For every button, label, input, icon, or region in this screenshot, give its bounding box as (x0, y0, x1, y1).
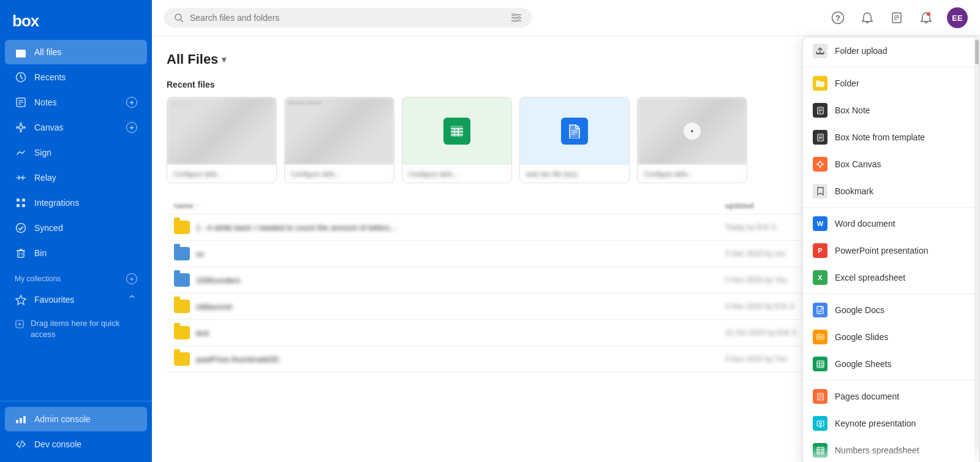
sidebar-item-dev-console[interactable]: Dev console (5, 432, 147, 456)
notes-add-icon[interactable]: + (126, 97, 137, 108)
svg-line-31 (181, 20, 183, 22)
sidebar-item-sign[interactable]: Sign (5, 140, 147, 165)
svg-rect-13 (22, 199, 25, 202)
card-thumbnail: • (638, 97, 747, 165)
file-name: 1 - A while back I needed to count the a… (196, 223, 396, 232)
folder-blue-icon (174, 273, 190, 287)
main-content: ? (152, 0, 980, 462)
dropdown-item-box-note-template[interactable]: Box Note from template (803, 124, 979, 151)
sidebar-item-synced[interactable]: Synced (5, 216, 147, 240)
svg-point-35 (513, 13, 515, 16)
notifications-icon[interactable] (859, 9, 876, 26)
star-icon (15, 293, 27, 306)
sidebar-label-sign: Sign (34, 148, 51, 157)
sidebar-item-recents[interactable]: Recents (5, 65, 147, 89)
sidebar-item-canvas[interactable]: Canvas + (5, 115, 147, 140)
folder-yellow-icon (174, 326, 190, 339)
svg-marker-22 (16, 295, 26, 305)
topbar: ? (152, 0, 980, 36)
recent-card[interactable]: blurred content Configure defs... (284, 97, 394, 183)
card-thumbnail (520, 97, 629, 165)
title-chevron-icon[interactable]: ▾ (222, 55, 226, 64)
upload-icon (813, 44, 827, 58)
sidebar-label-favourites: Favourites (34, 295, 74, 305)
avatar-initials: EE (952, 13, 962, 23)
recent-card[interactable]: web doc file docs (519, 97, 630, 183)
sidebar-item-integrations[interactable]: Integrations (5, 191, 147, 215)
sidebar-item-bin[interactable]: Bin (5, 241, 147, 265)
help-icon[interactable]: ? (829, 9, 846, 26)
sidebar-item-notes[interactable]: Notes + (5, 90, 147, 115)
canvas-add-icon[interactable]: + (126, 122, 137, 133)
svg-text:?: ? (835, 13, 840, 23)
filter-icon[interactable] (511, 13, 522, 22)
svg-point-37 (514, 20, 516, 22)
dropdown-item-folder-upload[interactable]: Folder upload (803, 37, 979, 64)
folder-yellow-icon (174, 352, 190, 366)
dropdown-label: PowerPoint presentation (835, 246, 929, 256)
bell-icon[interactable] (918, 9, 935, 26)
collections-add-icon[interactable]: + (126, 273, 137, 284)
collections-label: My collections (15, 275, 61, 283)
file-name: oldlauncer (196, 302, 233, 311)
dropdown-item-numbers[interactable]: Numbers spreadsheet (803, 437, 979, 462)
svg-rect-72 (818, 336, 823, 338)
card-thumbnail: — — — (167, 97, 276, 165)
card-label: Configure defs... (638, 165, 747, 183)
search-input[interactable] (190, 13, 505, 23)
recent-card[interactable]: Configure defs... (402, 97, 512, 183)
sidebar-item-admin-console[interactable]: Admin console (5, 407, 147, 431)
file-name: pastPrize thumbnails55 (196, 355, 279, 364)
favourites-chevron-icon[interactable]: ⌃ (126, 294, 137, 305)
word-icon: W (813, 216, 827, 231)
dropdown-item-bookmark[interactable]: Bookmark (803, 178, 979, 205)
search-icon (174, 13, 184, 23)
file-name-cell: oldlauncer (174, 300, 725, 313)
sidebar-item-all-files[interactable]: All files (5, 40, 147, 64)
dropdown-item-powerpoint[interactable]: P PowerPoint presentation (803, 237, 979, 264)
numbers-icon (813, 443, 827, 458)
dropdown-item-google-slides[interactable]: Google Slides (803, 324, 979, 350)
drag-hint-icon (15, 319, 24, 329)
recent-card[interactable]: • Configure defs... (637, 97, 747, 183)
dropdown-item-word[interactable]: W Word document (803, 210, 979, 237)
svg-point-66 (820, 166, 821, 168)
box-logo: box (12, 11, 44, 31)
integrations-icon (15, 197, 27, 209)
sidebar-label-admin-console: Admin console (34, 414, 91, 424)
dropdown-label: Word document (835, 219, 895, 229)
sidebar-item-favourites[interactable]: Favourites ⌃ (5, 287, 147, 312)
sidebar-label-recents: Recents (34, 72, 66, 82)
dropdown-label: Box Note (835, 105, 870, 115)
card-label: Configure defs... (285, 165, 394, 183)
dropdown-item-pages[interactable]: Pages document (803, 383, 979, 410)
dropdown-item-google-sheets[interactable]: Google Sheets (803, 350, 979, 377)
user-avatar[interactable]: EE (947, 7, 968, 28)
drag-hint-text: Drag items here for quick access (31, 318, 137, 340)
bookmark-icon (813, 184, 827, 199)
dropdown-item-excel[interactable]: X Excel spreadsheet (803, 264, 979, 291)
svg-point-8 (16, 126, 18, 129)
dropdown-item-box-note[interactable]: Box Note (803, 97, 979, 124)
search-bar[interactable] (164, 8, 532, 28)
sidebar-item-relay[interactable]: Relay (5, 165, 147, 190)
new-dropdown-menu: Folder upload Folder Box Note (802, 37, 980, 462)
dropdown-item-google-docs[interactable]: Google Docs (803, 297, 979, 324)
sidebar-bottom: Admin console Dev console (0, 401, 152, 462)
recent-card[interactable]: — — — Configure defs... (167, 97, 277, 183)
dropdown-scrollbar[interactable] (974, 37, 979, 462)
divider (803, 380, 979, 381)
dropdown-item-keynote[interactable]: Keynote presentation (803, 410, 979, 437)
sidebar-label-synced: Synced (34, 223, 63, 233)
card-thumbnail: blurred content (285, 97, 394, 165)
sidebar-label-bin: Bin (34, 248, 47, 258)
svg-rect-12 (17, 199, 20, 202)
dropdown-item-folder[interactable]: Folder (803, 70, 979, 97)
box-canvas-icon (813, 157, 827, 172)
dropdown-item-box-canvas[interactable]: Box Canvas (803, 151, 979, 178)
svg-rect-26 (16, 420, 18, 423)
svg-point-16 (17, 224, 26, 233)
tasks-icon[interactable] (888, 9, 905, 26)
svg-rect-86 (817, 447, 824, 454)
dropdown-label: Bookmark (835, 186, 873, 196)
